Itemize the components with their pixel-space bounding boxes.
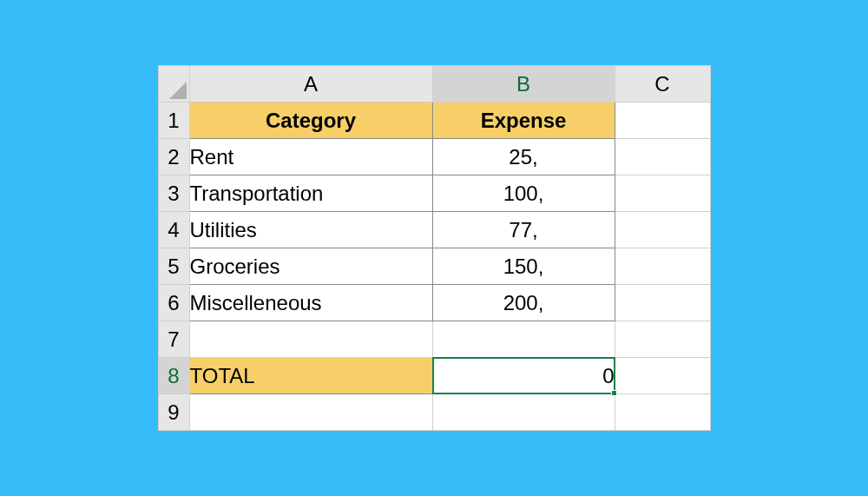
column-header-b[interactable]: B: [432, 66, 615, 103]
cell-a3[interactable]: Transportation: [189, 175, 432, 212]
cell-b4[interactable]: 77,: [432, 212, 615, 248]
row-header-2[interactable]: 2: [158, 139, 189, 175]
row-header-5[interactable]: 5: [158, 248, 189, 285]
cell-b3[interactable]: 100,: [432, 175, 615, 212]
row-header-1[interactable]: 1: [158, 103, 189, 139]
row-header-4[interactable]: 4: [158, 212, 189, 248]
cell-a5[interactable]: Groceries: [189, 248, 432, 285]
cell-selection-outline: [432, 357, 615, 394]
cell-c9[interactable]: [615, 394, 710, 431]
cell-a9[interactable]: [189, 394, 432, 431]
cell-c8[interactable]: [615, 358, 710, 394]
row-header-7[interactable]: 7: [158, 321, 189, 358]
select-all-corner[interactable]: [158, 66, 189, 103]
column-header-c[interactable]: C: [615, 66, 710, 103]
spreadsheet[interactable]: A B C 1 Category Expense 2 Rent 25, 3 Tr…: [158, 65, 711, 431]
row-header-3[interactable]: 3: [158, 175, 189, 212]
cell-c4[interactable]: [615, 212, 710, 248]
cell-a2[interactable]: Rent: [189, 139, 432, 175]
cell-b9[interactable]: [432, 394, 615, 431]
row-header-8[interactable]: 8: [158, 358, 189, 394]
cell-a6[interactable]: Miscelleneous: [189, 285, 432, 321]
cell-c7[interactable]: [615, 321, 710, 358]
cell-b5[interactable]: 150,: [432, 248, 615, 285]
cell-a4[interactable]: Utilities: [189, 212, 432, 248]
cell-b8[interactable]: 0: [432, 358, 615, 394]
row-header-9[interactable]: 9: [158, 394, 189, 431]
cell-c2[interactable]: [615, 139, 710, 175]
cell-c5[interactable]: [615, 248, 710, 285]
cell-b7[interactable]: [432, 321, 615, 358]
cell-a8[interactable]: TOTAL: [189, 358, 432, 394]
row-header-6[interactable]: 6: [158, 285, 189, 321]
cell-c3[interactable]: [615, 175, 710, 212]
cell-c1[interactable]: [615, 103, 710, 139]
cell-b1[interactable]: Expense: [432, 103, 615, 139]
select-all-triangle-icon: [169, 82, 187, 99]
cell-b2[interactable]: 25,: [432, 139, 615, 175]
total-value: 0: [602, 364, 614, 387]
column-header-a[interactable]: A: [189, 66, 432, 103]
cell-c6[interactable]: [615, 285, 710, 321]
cell-a1[interactable]: Category: [189, 103, 432, 139]
cell-a7[interactable]: [189, 321, 432, 358]
cell-b6[interactable]: 200,: [432, 285, 615, 321]
